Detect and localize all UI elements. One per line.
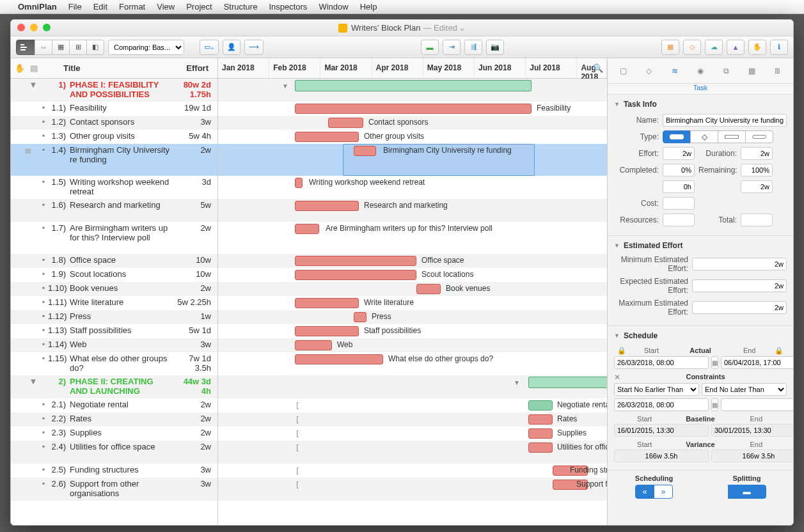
menu-structure[interactable]: Structure bbox=[224, 2, 258, 12]
constraint-end-select[interactable]: End No Later Than bbox=[702, 383, 787, 396]
tab-resource-icon[interactable]: ◉ bbox=[690, 63, 711, 79]
task-row[interactable]: ▤•1.4)Birmingham City University re fund… bbox=[11, 144, 217, 176]
task-row[interactable]: •1.7)Are Birmingham writers up for this?… bbox=[11, 222, 217, 254]
style-view-button[interactable]: ◧ bbox=[86, 40, 104, 55]
task-row[interactable]: •2.2)Rates2w bbox=[11, 412, 217, 426]
simulation-button[interactable]: ◇ bbox=[683, 40, 701, 55]
task-row[interactable]: •1.15)What else do other groups do?7w 1d… bbox=[11, 352, 217, 375]
task-bar[interactable] bbox=[295, 201, 359, 211]
task-info-heading[interactable]: Task Info bbox=[614, 100, 787, 109]
task-row[interactable]: •1.1)Feasibility19w 1d bbox=[11, 102, 217, 116]
calendar-view-button[interactable]: ▦ bbox=[52, 40, 70, 55]
tab-milestones-icon[interactable]: ◇ bbox=[638, 63, 659, 79]
group-bar[interactable] bbox=[295, 80, 532, 91]
completed-hours-field[interactable] bbox=[663, 180, 695, 193]
tab-task-icon[interactable]: ≋ bbox=[665, 63, 685, 79]
schedule-asap[interactable]: « bbox=[635, 485, 654, 499]
chevron-down-icon[interactable]: ⌄ bbox=[459, 23, 466, 33]
gantt-row[interactable]: Staff possibilities bbox=[218, 324, 607, 338]
schedule-alap[interactable]: » bbox=[654, 485, 673, 499]
gantt-row[interactable]: Birmingham City University re funding bbox=[218, 144, 607, 176]
violations-column-icon[interactable]: ✋ bbox=[15, 63, 25, 73]
gantt-row[interactable]: Press bbox=[218, 310, 607, 324]
completed-field[interactable] bbox=[663, 164, 695, 176]
gantt-row[interactable]: [Negotiate rental bbox=[218, 398, 607, 412]
remaining-field[interactable] bbox=[741, 164, 773, 176]
task-row[interactable]: •1.5)Writing workshop weekend retreat3d bbox=[11, 176, 217, 199]
edited-indicator[interactable]: — Edited bbox=[423, 23, 457, 33]
gantt-row[interactable]: Writing workshop weekend retreat bbox=[218, 176, 607, 199]
total-field[interactable] bbox=[741, 214, 773, 226]
resource-view-button[interactable]: ◦◦ bbox=[35, 40, 52, 55]
task-bar[interactable] bbox=[416, 284, 441, 294]
connection-button[interactable]: ⟶ bbox=[244, 40, 264, 55]
gantt-row[interactable]: Book venues bbox=[218, 282, 607, 296]
zoom-button[interactable] bbox=[43, 24, 51, 31]
task-row[interactable]: •2.3)Supplies2w bbox=[11, 426, 217, 441]
gantt-row[interactable]: [Funding structures bbox=[218, 464, 607, 478]
type-task[interactable] bbox=[663, 130, 691, 143]
add-task-button[interactable]: ▭₊ bbox=[200, 40, 219, 55]
task-row[interactable]: •1.3)Other group visits5w 4h bbox=[11, 130, 217, 144]
critical-path-button[interactable]: ✋ bbox=[748, 40, 766, 55]
task-row[interactable]: •2.5)Funding structures3w bbox=[11, 464, 217, 478]
task-bar[interactable] bbox=[295, 340, 332, 350]
gantt-row[interactable]: Office space bbox=[218, 254, 607, 268]
lock-end-icon[interactable]: 🔒 bbox=[774, 347, 784, 355]
lock-start-icon[interactable]: 🔒 bbox=[617, 347, 627, 355]
task-bar[interactable] bbox=[295, 104, 532, 114]
constraint-start-select[interactable]: Start No Earlier Than bbox=[614, 383, 699, 396]
gantt-row[interactable]: Write literature bbox=[218, 296, 607, 310]
minimize-button[interactable] bbox=[30, 24, 38, 31]
duration-field[interactable] bbox=[741, 147, 773, 160]
menu-help[interactable]: Help bbox=[360, 2, 377, 12]
exp-est-field[interactable] bbox=[692, 279, 787, 292]
task-row[interactable]: •1.14)Web3w bbox=[11, 338, 217, 352]
title-column-header[interactable]: Title bbox=[38, 63, 174, 73]
constraint-end-date[interactable] bbox=[721, 398, 793, 411]
min-est-field[interactable] bbox=[692, 258, 787, 270]
gantt-row[interactable]: [Supplies bbox=[218, 426, 607, 441]
baseline-selector[interactable]: Comparing: Bas... bbox=[108, 40, 184, 55]
app-name[interactable]: OmniPlan bbox=[18, 2, 57, 12]
gantt-row[interactable]: ▼ bbox=[218, 79, 607, 102]
task-bar[interactable] bbox=[295, 298, 359, 308]
gantt-row[interactable]: [Utilities for office space bbox=[218, 441, 607, 464]
task-row[interactable]: •2.6)Support from other organisations3w bbox=[11, 478, 217, 501]
notes-column-icon[interactable]: ▤ bbox=[30, 63, 38, 73]
task-row[interactable]: •2.1)Negotiate rental2w bbox=[11, 398, 217, 412]
cost-field[interactable] bbox=[663, 197, 695, 210]
est-heading[interactable]: Estimated Effort bbox=[614, 241, 787, 250]
tab-project-icon[interactable]: ▢ bbox=[613, 63, 633, 79]
task-row[interactable]: •1.11)Write literature5w 2.25h bbox=[11, 296, 217, 310]
violations-button[interactable]: ▲ bbox=[727, 40, 745, 55]
task-bar[interactable] bbox=[528, 414, 553, 425]
task-bar[interactable] bbox=[295, 354, 383, 364]
gantt-row[interactable]: ▼ bbox=[218, 375, 607, 398]
actual-start-field[interactable] bbox=[614, 356, 709, 369]
actual-end-field[interactable] bbox=[721, 356, 793, 369]
constraint-start-date[interactable] bbox=[614, 398, 709, 411]
close-button[interactable] bbox=[17, 24, 25, 31]
type-milestone[interactable]: ◇ bbox=[690, 130, 718, 143]
menu-inspectors[interactable]: Inspectors bbox=[269, 2, 307, 12]
remaining-duration-field[interactable] bbox=[741, 180, 773, 193]
calendar-icon[interactable]: ▦ bbox=[711, 398, 718, 411]
gantt-chart[interactable]: Jan 2018 Feb 2018 Mar 2018 Apr 2018 May … bbox=[218, 58, 608, 525]
effort-column-header[interactable]: Effort bbox=[174, 63, 214, 73]
menu-window[interactable]: Window bbox=[319, 2, 348, 12]
resources-field[interactable] bbox=[663, 214, 695, 226]
close-constraint-icon[interactable]: ✕ bbox=[614, 373, 620, 382]
task-bar[interactable] bbox=[354, 146, 376, 156]
task-bar[interactable] bbox=[528, 442, 553, 453]
calendar-icon[interactable]: ▦ bbox=[711, 356, 718, 369]
task-bar[interactable] bbox=[295, 224, 319, 234]
gantt-row[interactable]: Scout locations bbox=[218, 268, 607, 282]
gantt-view-button[interactable] bbox=[16, 40, 35, 55]
gantt-row[interactable]: Feasibility bbox=[218, 102, 607, 116]
tab-custom-icon[interactable]: ▦ bbox=[742, 63, 762, 79]
menu-edit[interactable]: Edit bbox=[93, 2, 107, 12]
task-row[interactable]: •1.10)Book venues2w bbox=[11, 282, 217, 296]
magnifier-icon[interactable]: 🔍 bbox=[593, 63, 603, 73]
task-row[interactable]: ▼2)PHASE II: CREATING AND LAUNCHING44w 3… bbox=[11, 375, 217, 398]
